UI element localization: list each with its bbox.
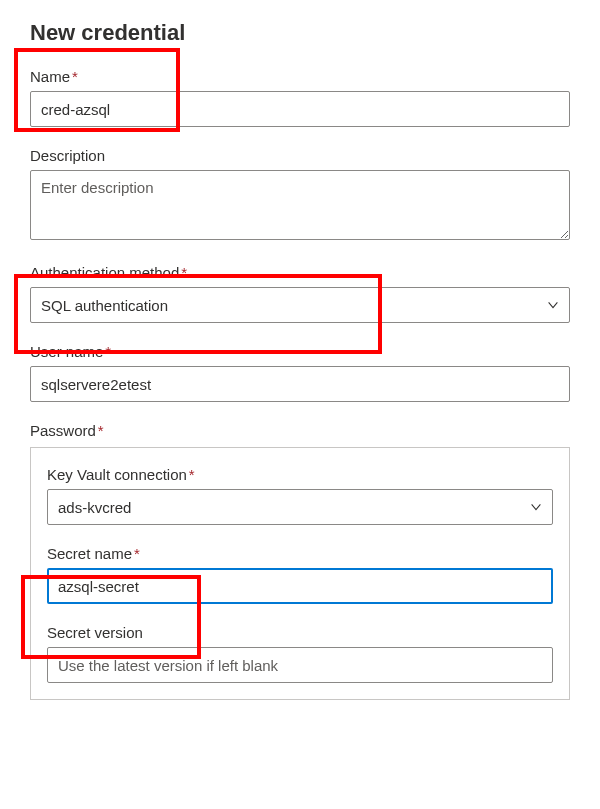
name-label: Name*	[30, 68, 570, 85]
required-asterisk: *	[105, 343, 111, 360]
secret-name-input[interactable]	[47, 568, 553, 604]
description-textarea[interactable]	[30, 170, 570, 240]
required-asterisk: *	[189, 466, 195, 483]
secret-name-label: Secret name*	[47, 545, 553, 562]
description-label: Description	[30, 147, 570, 164]
required-asterisk: *	[72, 68, 78, 85]
page-title: New credential	[30, 20, 570, 46]
password-section: Key Vault connection* Secret name* Secre…	[30, 447, 570, 700]
required-asterisk: *	[98, 422, 104, 439]
password-label: Password*	[30, 422, 570, 439]
required-asterisk: *	[181, 264, 187, 281]
required-asterisk: *	[134, 545, 140, 562]
auth-method-select[interactable]	[30, 287, 570, 323]
secret-version-label: Secret version	[47, 624, 553, 641]
name-input[interactable]	[30, 91, 570, 127]
auth-method-label: Authentication method*	[30, 264, 570, 281]
keyvault-label: Key Vault connection*	[47, 466, 553, 483]
username-input[interactable]	[30, 366, 570, 402]
username-label: User name*	[30, 343, 570, 360]
keyvault-select[interactable]	[47, 489, 553, 525]
secret-version-input[interactable]	[47, 647, 553, 683]
